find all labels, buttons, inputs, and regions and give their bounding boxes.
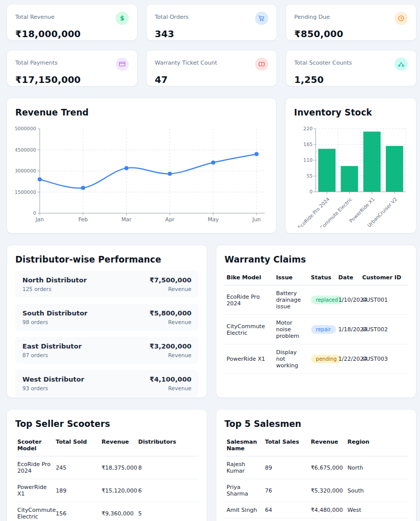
distributor-row: South Distributor 98 orders ₹5,800,000 R… <box>15 304 199 331</box>
stat-label: Total Scooter Counts <box>294 57 352 66</box>
seller-distributors: 8 <box>136 456 199 479</box>
top-salesmen-table: Salesman NameTotal SalesRevenueRegion Ra… <box>225 435 408 521</box>
salesman-total-sales: 89 <box>263 456 309 479</box>
revenue-trend-chart: 01500000300000045000005000000JanFebMarAp… <box>15 124 267 226</box>
distributor-revenue-label: Revenue <box>150 286 191 292</box>
salesmen-column-header: Revenue <box>309 435 346 456</box>
distributor-revenue: ₹3,200,000 <box>150 342 191 350</box>
svg-text:0: 0 <box>310 189 313 194</box>
stat-value: 47 <box>155 74 268 85</box>
svg-text:Jun: Jun <box>252 216 261 222</box>
salesman-row: Priya Sharma 76 ₹5,320,000 South <box>225 479 408 502</box>
status-badge: pending <box>311 355 342 363</box>
warranty-column-header: Status <box>309 271 337 285</box>
warranty-date: 1/22/2024 <box>337 344 360 374</box>
warranty-claim-row: PowerRide X1 Display not working pending… <box>225 344 408 374</box>
seller-total-sold: 189 <box>54 479 100 502</box>
svg-text:165: 165 <box>303 141 313 147</box>
seller-revenue: ₹18,375,000 <box>100 456 136 479</box>
svg-text:May: May <box>208 216 219 222</box>
credit-card-icon <box>116 57 129 71</box>
revenue-trend-card: Revenue Trend 01500000300000045000005000… <box>7 98 276 234</box>
stat-label: Total Revenue <box>15 12 54 20</box>
distributor-orders: 93 orders <box>22 385 84 391</box>
svg-text:3000000: 3000000 <box>15 168 36 173</box>
seller-revenue: ₹9,360,000 <box>100 502 136 521</box>
bottom-row: Top Seller Scooters Scooter ModelTotal S… <box>7 409 416 521</box>
salesman-region: North <box>346 456 408 479</box>
seller-row: CityCommute Electric 156 ₹9,360,000 5 <box>15 502 199 521</box>
distributor-name: East Distributor <box>22 342 81 350</box>
salesman-region: West <box>346 502 408 518</box>
salesman-region: East <box>346 518 408 521</box>
inventory-stock-title: Inventory Stock <box>294 107 408 118</box>
stat-value: ₹17,150,000 <box>15 74 129 85</box>
warranty-claims-title: Warranty Claims <box>225 254 408 265</box>
stats-grid: Total Revenue $ ₹18,000,000 Total Orders… <box>7 4 416 86</box>
seller-distributors: 5 <box>136 502 199 521</box>
seller-distributors: 6 <box>136 479 199 502</box>
distributor-revenue-label: Revenue <box>150 385 191 391</box>
distributor-performance-title: Distributor-wise Performance <box>15 254 199 265</box>
distributor-orders: 98 orders <box>22 319 88 325</box>
warranty-issue: Display not working <box>274 344 309 374</box>
salesman-name: Amit Singh <box>225 502 263 518</box>
stat-card-pending-due: Pending Due ₹850,000 <box>286 4 416 41</box>
stat-label: Total Orders <box>155 12 188 20</box>
distributor-revenue-label: Revenue <box>150 319 191 325</box>
distributor-performance-card: Distributor-wise Performance North Distr… <box>7 245 207 398</box>
salesman-row: Rajesh Kumar 89 ₹6,675,000 North <box>225 456 408 479</box>
warranty-issue: Battery drainage issue <box>274 285 309 315</box>
warranty-bike-model: EcoRide Pro 2024 <box>225 285 274 315</box>
svg-text:Apr: Apr <box>165 216 175 222</box>
scooter-icon <box>395 57 408 71</box>
salesman-row: Amit Singh 64 ₹4,480,000 West <box>225 502 408 518</box>
distributor-name: North Distributor <box>22 276 87 284</box>
salesman-revenue: ₹4,060,000 <box>309 518 346 521</box>
stat-value: ₹850,000 <box>294 28 408 39</box>
clock-icon <box>395 12 408 25</box>
salesmen-column-header: Salesman Name <box>225 435 263 456</box>
distributor-row: East Distributor 87 orders ₹3,200,000 Re… <box>15 337 199 364</box>
cart-icon <box>255 12 268 25</box>
top-seller-scooters-title: Top Seller Scooters <box>15 419 199 429</box>
top-salesmen-title: Top 5 Salesmen <box>225 419 408 429</box>
distributor-name: South Distributor <box>22 309 88 317</box>
mid-row: Distributor-wise Performance North Distr… <box>7 245 416 398</box>
salesmen-column-header: Region <box>346 435 408 456</box>
sellers-column-header: Distributors <box>136 435 199 456</box>
warranty-claim-row: EcoRide Pro 2024 Battery drainage issue … <box>225 285 408 315</box>
ticket-icon <box>255 57 268 71</box>
distributor-orders: 87 orders <box>22 352 81 358</box>
seller-model: PowerRide X1 <box>15 479 54 502</box>
warranty-date: 1/10/2024 <box>337 285 360 315</box>
salesman-name: Rajesh Kumar <box>225 456 263 479</box>
warranty-bike-model: CityCommute Electric <box>225 315 274 344</box>
distributor-revenue-label: Revenue <box>150 352 191 358</box>
svg-text:4500000: 4500000 <box>15 147 36 153</box>
warranty-customer-id: CUST002 <box>360 315 408 344</box>
stat-card-total-revenue: Total Revenue $ ₹18,000,000 <box>7 4 137 41</box>
stat-label: Warranty Ticket Count <box>155 57 217 66</box>
svg-text:1500000: 1500000 <box>15 189 36 195</box>
distributor-revenue: ₹5,800,000 <box>150 309 191 317</box>
seller-total-sold: 245 <box>54 456 100 479</box>
warranty-column-header: Bike Model <box>225 271 274 285</box>
svg-text:Jan: Jan <box>35 216 44 222</box>
svg-text:110: 110 <box>303 157 313 163</box>
distributor-row: North Distributor 125 orders ₹7,500,000 … <box>15 271 199 298</box>
warranty-customer-id: CUST001 <box>360 285 408 315</box>
salesman-revenue: ₹5,320,000 <box>309 479 346 502</box>
svg-text:220: 220 <box>303 126 313 131</box>
dollar-icon: $ <box>116 12 129 25</box>
salesman-revenue: ₹6,675,000 <box>309 456 346 479</box>
seller-total-sold: 156 <box>54 502 100 521</box>
top-salesmen-card: Top 5 Salesmen Salesman NameTotal SalesR… <box>216 409 416 521</box>
sellers-column-header: Revenue <box>100 435 136 456</box>
svg-text:Feb: Feb <box>78 216 88 222</box>
stat-value: 1,250 <box>294 74 408 85</box>
sellers-column-header: Total Sold <box>54 435 100 456</box>
distributor-name: West Distributor <box>22 375 84 383</box>
stat-card-total-payments: Total Payments ₹17,150,000 <box>7 50 137 86</box>
warranty-claim-row: CityCommute Electric Motor noise problem… <box>225 315 408 344</box>
